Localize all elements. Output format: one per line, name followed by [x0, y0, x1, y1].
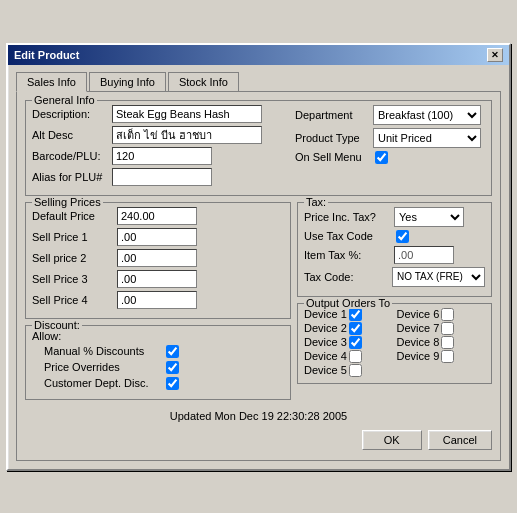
sell-price-1-input[interactable] [117, 228, 197, 246]
ok-button[interactable]: OK [362, 430, 422, 450]
description-row: Description: [32, 105, 289, 123]
department-label: Department [295, 109, 373, 121]
cancel-button[interactable]: Cancel [428, 430, 492, 450]
price-overrides-row: Price Overrides [32, 361, 284, 374]
tax-group: Tax: Price Inc. Tax? Yes No Use Tax Code [297, 202, 492, 297]
customer-dept-checkbox[interactable] [166, 377, 179, 390]
item-tax-row: Item Tax %: [304, 246, 485, 264]
sell-price-2-row: Sell price 2 [32, 249, 284, 267]
device-9-row: Device 9 [397, 350, 486, 363]
alt-desc-input[interactable] [112, 126, 262, 144]
sell-price-1-label: Sell Price 1 [32, 231, 117, 243]
device-4-label: Device 4 [304, 350, 347, 362]
use-tax-code-row: Use Tax Code [304, 230, 485, 243]
price-overrides-checkbox[interactable] [166, 361, 179, 374]
item-tax-input[interactable] [394, 246, 454, 264]
general-info-group: General Info Description: Alt Desc [25, 100, 492, 196]
device-7-checkbox[interactable] [441, 322, 454, 335]
manual-discounts-row: Manual % Discounts [32, 345, 284, 358]
price-inc-tax-row: Price Inc. Tax? Yes No [304, 207, 485, 227]
tab-stock-info[interactable]: Stock Info [168, 72, 239, 92]
bottom-buttons: OK Cancel [25, 426, 492, 452]
status-bar: Updated Mon Dec 19 22:30:28 2005 [25, 406, 492, 426]
description-input[interactable] [112, 105, 262, 123]
title-bar: Edit Product ✕ [8, 45, 509, 65]
tab-buying-info[interactable]: Buying Info [89, 72, 166, 92]
product-type-label: Product Type [295, 132, 373, 144]
general-info-left: Description: Alt Desc Barcode/PLU: [32, 105, 289, 189]
device-3-checkbox[interactable] [349, 336, 362, 349]
close-button[interactable]: ✕ [487, 48, 503, 62]
manual-discounts-checkbox[interactable] [166, 345, 179, 358]
device-7-row: Device 7 [397, 322, 486, 335]
on-sell-menu-row: On Sell Menu [295, 151, 485, 164]
barcode-input[interactable] [112, 147, 212, 165]
discount-group: Discount: Allow: Manual % Discounts Pric… [25, 325, 291, 400]
edit-product-window: Edit Product ✕ Sales Info Buying Info St… [6, 43, 511, 471]
device-9-checkbox[interactable] [441, 350, 454, 363]
default-price-input[interactable] [117, 207, 197, 225]
device-4-checkbox[interactable] [349, 350, 362, 363]
selling-prices-group: Selling Prices Default Price Sell Price … [25, 202, 291, 319]
barcode-row: Barcode/PLU: [32, 147, 289, 165]
sell-price-4-input[interactable] [117, 291, 197, 309]
tax-code-row: Tax Code: NO TAX (FRE) [304, 267, 485, 287]
device-6-checkbox[interactable] [441, 308, 454, 321]
device-empty-slot [397, 364, 486, 377]
left-column: Selling Prices Default Price Sell Price … [25, 202, 291, 406]
alt-desc-row: Alt Desc [32, 126, 289, 144]
output-orders-group: Output Orders To Device 1 Device 6 [297, 303, 492, 384]
device-2-label: Device 2 [304, 322, 347, 334]
device-1-checkbox[interactable] [349, 308, 362, 321]
device-8-label: Device 8 [397, 336, 440, 348]
device-1-label: Device 1 [304, 308, 347, 320]
window-body: Sales Info Buying Info Stock Info Genera… [8, 65, 509, 469]
default-price-row: Default Price [32, 207, 284, 225]
department-row: Department Breakfast (100) [295, 105, 485, 125]
tax-code-label: Tax Code: [304, 271, 392, 283]
price-inc-tax-select[interactable]: Yes No [394, 207, 464, 227]
right-column: Tax: Price Inc. Tax? Yes No Use Tax Code [297, 202, 492, 406]
device-2-checkbox[interactable] [349, 322, 362, 335]
device-6-label: Device 6 [397, 308, 440, 320]
description-label: Description: [32, 108, 112, 120]
tax-label: Tax: [304, 196, 328, 208]
alias-label: Alias for PLU# [32, 171, 112, 183]
selling-prices-label: Selling Prices [32, 196, 103, 208]
device-8-checkbox[interactable] [441, 336, 454, 349]
price-inc-tax-label: Price Inc. Tax? [304, 211, 394, 223]
alias-input[interactable] [112, 168, 212, 186]
general-info-layout: Description: Alt Desc Barcode/PLU: [32, 105, 485, 189]
product-type-row: Product Type Unit Priced [295, 128, 485, 148]
sell-price-4-label: Sell Price 4 [32, 294, 117, 306]
device-6-row: Device 6 [397, 308, 486, 321]
sell-price-3-row: Sell Price 3 [32, 270, 284, 288]
general-info-label: General Info [32, 94, 97, 106]
general-info-right: Department Breakfast (100) Product Type … [295, 105, 485, 189]
tax-code-select[interactable]: NO TAX (FRE) [392, 267, 485, 287]
on-sell-menu-label: On Sell Menu [295, 151, 373, 163]
use-tax-code-checkbox[interactable] [396, 230, 409, 243]
allow-label: Allow: [32, 330, 72, 342]
sell-price-2-label: Sell price 2 [32, 252, 117, 264]
sell-price-3-label: Sell Price 3 [32, 273, 117, 285]
device-5-checkbox[interactable] [349, 364, 362, 377]
window-title: Edit Product [14, 49, 79, 61]
tab-sales-info[interactable]: Sales Info [16, 72, 87, 92]
alias-row: Alias for PLU# [32, 168, 289, 186]
product-type-select[interactable]: Unit Priced [373, 128, 481, 148]
device-3-row: Device 3 [304, 336, 393, 349]
sell-price-2-input[interactable] [117, 249, 197, 267]
device-5-label: Device 5 [304, 364, 347, 376]
allow-row: Allow: [32, 330, 284, 342]
main-two-col: Selling Prices Default Price Sell Price … [25, 202, 492, 406]
tabs-container: Sales Info Buying Info Stock Info [16, 71, 501, 91]
department-select[interactable]: Breakfast (100) [373, 105, 481, 125]
device-1-row: Device 1 [304, 308, 393, 321]
sell-price-3-input[interactable] [117, 270, 197, 288]
device-8-row: Device 8 [397, 336, 486, 349]
tab-content-sales-info: General Info Description: Alt Desc [16, 91, 501, 461]
device-3-label: Device 3 [304, 336, 347, 348]
sell-price-1-row: Sell Price 1 [32, 228, 284, 246]
on-sell-menu-checkbox[interactable] [375, 151, 388, 164]
